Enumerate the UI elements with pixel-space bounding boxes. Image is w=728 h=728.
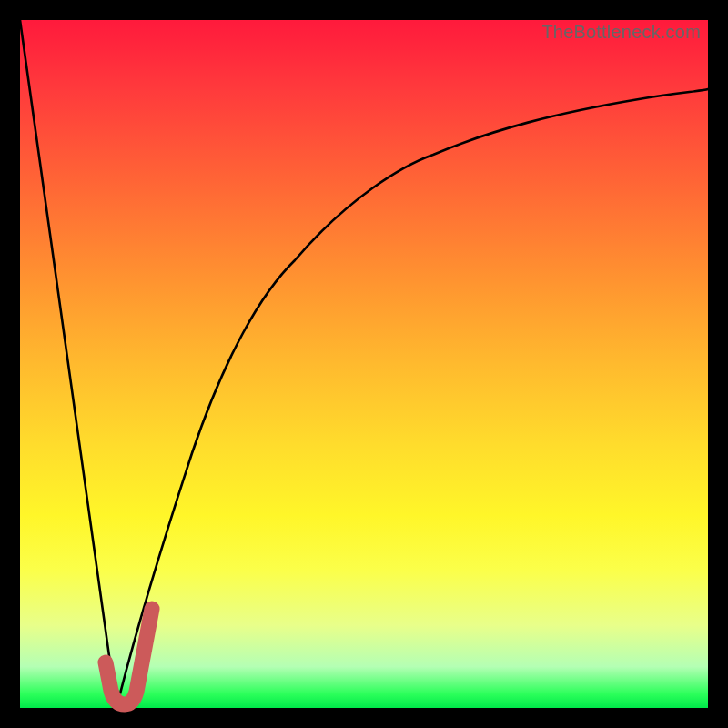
left-slope-line [20, 20, 116, 708]
chart-frame: TheBottleneck.com [0, 0, 728, 728]
chart-svg [20, 20, 708, 708]
saturating-curve [116, 89, 708, 708]
plot-area: TheBottleneck.com [20, 20, 708, 708]
highlight-j-stroke [106, 609, 152, 704]
